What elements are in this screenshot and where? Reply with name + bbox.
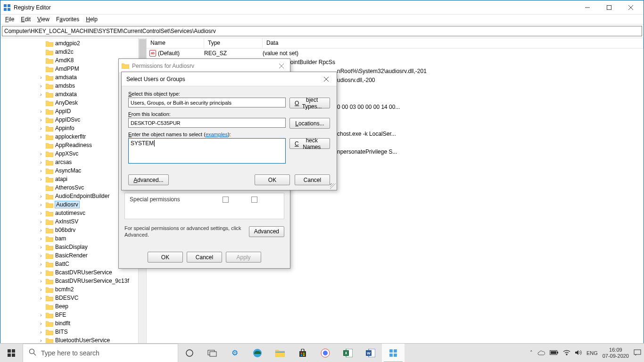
menu-help[interactable]: Help — [83, 15, 100, 24]
expander-icon[interactable]: › — [38, 296, 44, 301]
taskbar-settings[interactable]: ⚙ — [223, 344, 246, 362]
folder-icon — [46, 270, 53, 276]
expander-icon[interactable]: › — [38, 321, 44, 326]
resize-grip[interactable] — [330, 183, 336, 189]
taskbar-explorer[interactable] — [269, 344, 291, 362]
taskbar-taskview[interactable] — [201, 344, 223, 362]
column-header-type[interactable]: Type — [204, 38, 263, 48]
list-row-fragment[interactable]: chost.exe -k LocalSer... — [337, 129, 396, 138]
taskbar-word[interactable]: W — [359, 344, 382, 362]
address-bar[interactable]: Computer\HKEY_LOCAL_MACHINE\SYSTEM\Curre… — [2, 26, 642, 36]
tree-item[interactable]: ›bindflt — [38, 319, 146, 328]
permissions-advanced-button[interactable]: Advanced — [249, 226, 284, 237]
menu-favorites[interactable]: Favorites — [53, 15, 82, 24]
tree-item[interactable]: Beep — [38, 302, 146, 311]
tray-volume-icon[interactable] — [575, 350, 582, 356]
permissions-dialog-titlebar[interactable]: Permissions for Audiosrv — [119, 59, 290, 73]
taskbar-store[interactable] — [291, 344, 314, 362]
column-header-name[interactable]: Name — [147, 38, 204, 48]
tray-onedrive-icon[interactable] — [537, 350, 545, 356]
object-names-textarea[interactable]: SYSTEM — [128, 138, 286, 164]
check-names-button[interactable]: Check Names — [289, 138, 330, 149]
special-allow-checkbox[interactable] — [223, 197, 229, 203]
list-row-fragment[interactable]: udiosrv.dll,-200 — [337, 75, 375, 84]
menu-view[interactable]: View — [34, 15, 52, 24]
permissions-cancel-button[interactable]: Cancel — [187, 252, 222, 263]
expander-icon[interactable]: › — [38, 219, 44, 224]
expander-icon[interactable]: › — [38, 338, 44, 343]
expander-icon[interactable]: › — [38, 270, 44, 275]
list-row-fragment[interactable]: nRoot%\System32\audiosrv.dll,-201 — [337, 66, 427, 75]
column-header-data[interactable]: Data — [263, 38, 644, 48]
select-users-titlebar[interactable]: Select Users or Groups — [122, 72, 337, 86]
expander-icon[interactable]: › — [38, 83, 44, 89]
minimize-button[interactable] — [577, 0, 598, 14]
expander-icon[interactable]: › — [38, 151, 44, 156]
permissions-apply-button[interactable]: Apply — [226, 252, 261, 263]
select-users-advanced-button[interactable]: Advanced... — [128, 174, 169, 185]
close-button[interactable] — [620, 0, 642, 14]
tree-item[interactable]: amdi2c — [38, 48, 146, 56]
expander-icon[interactable]: › — [38, 194, 44, 199]
menu-edit[interactable]: Edit — [18, 15, 33, 24]
tree-item[interactable]: ›BITS — [38, 328, 146, 336]
expander-icon[interactable]: › — [38, 168, 44, 173]
expander-icon[interactable]: › — [38, 126, 44, 131]
expander-icon[interactable]: › — [38, 75, 44, 80]
list-row[interactable]: ab(Default)REG_SZ(value not set) — [147, 49, 644, 58]
expander-icon[interactable]: › — [38, 134, 44, 140]
expander-icon[interactable]: › — [38, 109, 44, 114]
expander-icon[interactable]: › — [38, 236, 44, 241]
expander-icon[interactable]: › — [38, 253, 44, 258]
expander-icon[interactable]: › — [38, 279, 44, 284]
tray-clock[interactable]: 16:09 07-09-2020 — [603, 347, 629, 359]
select-users-ok-button[interactable]: OK — [255, 174, 290, 185]
tree-item[interactable]: amdgpio2 — [38, 39, 146, 48]
tree-item[interactable]: ›BcastDVRUserService — [38, 268, 146, 277]
menu-file[interactable]: File — [2, 15, 17, 24]
tray-wifi-icon[interactable] — [563, 350, 570, 356]
expander-icon[interactable]: › — [38, 202, 44, 207]
expander-icon[interactable]: › — [38, 160, 44, 165]
list-row-fragment[interactable]: 0 00 03 00 00 00 14 00... — [337, 102, 400, 111]
taskview-icon — [206, 347, 218, 359]
taskbar-browser[interactable] — [314, 344, 337, 362]
tray-language[interactable]: ENG — [586, 350, 598, 356]
tree-item-label: bindflt — [55, 320, 70, 327]
taskbar-excel[interactable]: X — [337, 344, 359, 362]
expander-icon[interactable]: › — [38, 92, 44, 97]
tray-battery-icon[interactable] — [550, 350, 558, 356]
tree-item[interactable]: ›BFE — [38, 311, 146, 319]
expander-icon[interactable]: › — [38, 117, 44, 123]
expander-icon[interactable]: › — [38, 329, 44, 335]
expander-icon[interactable]: › — [38, 177, 44, 182]
tray-notifications-icon[interactable] — [634, 349, 641, 357]
permissions-dialog-close-button[interactable] — [276, 60, 287, 72]
taskbar-regedit[interactable] — [382, 344, 405, 362]
special-deny-checkbox[interactable] — [251, 197, 257, 203]
tree-item[interactable]: ›BcastDVRUserService_9c13f — [38, 277, 146, 285]
expander-icon[interactable]: › — [38, 262, 44, 267]
tray-chevron-icon[interactable]: ˄ — [530, 350, 533, 356]
locations-button[interactable]: Locations... — [289, 118, 330, 129]
expander-icon[interactable]: › — [38, 245, 44, 250]
taskbar-search[interactable]: Type here to search — [23, 344, 178, 362]
examples-link[interactable]: examples — [206, 132, 228, 137]
maximize-button[interactable] — [598, 0, 620, 14]
expander-icon[interactable]: › — [38, 313, 44, 318]
object-types-button[interactable]: Object Types... — [289, 98, 330, 108]
tree-item[interactable]: ›BDESVC — [38, 294, 146, 302]
select-users-close-button[interactable] — [321, 74, 332, 85]
list-row-fragment[interactable]: npersonatePrivilege S... — [337, 147, 397, 156]
list-header: Name Type Data — [147, 38, 644, 49]
start-button[interactable] — [0, 344, 23, 362]
select-users-cancel-button[interactable]: Cancel — [295, 174, 330, 185]
taskbar-cortana[interactable] — [178, 344, 201, 362]
expander-icon[interactable]: › — [38, 287, 44, 292]
tree-item[interactable]: ›bcmfn2 — [38, 285, 146, 294]
window-title: Registry Editor — [14, 4, 577, 11]
expander-icon[interactable]: › — [38, 211, 44, 216]
expander-icon[interactable]: › — [38, 228, 44, 233]
permissions-ok-button[interactable]: OK — [148, 252, 183, 263]
taskbar-edge[interactable] — [246, 344, 269, 362]
